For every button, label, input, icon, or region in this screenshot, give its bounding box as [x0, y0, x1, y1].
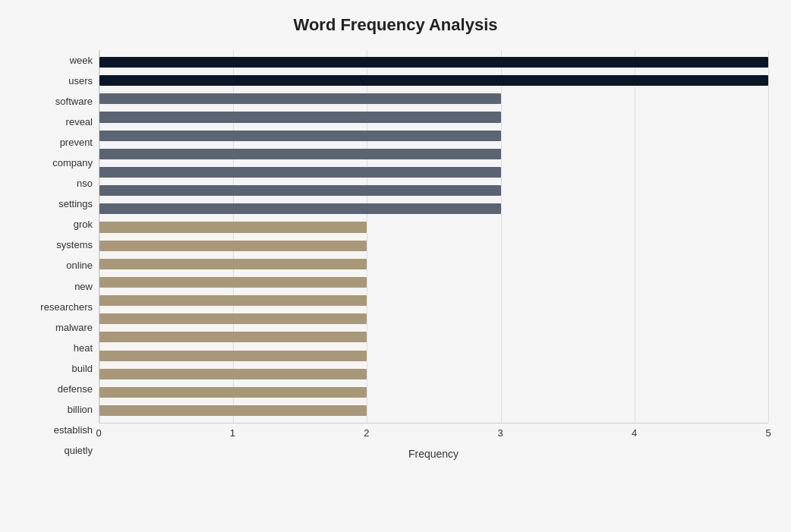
y-label: billion — [68, 405, 93, 414]
x-axis-label: Frequency — [99, 448, 768, 460]
y-label: new — [74, 282, 93, 291]
bar — [99, 131, 501, 141]
bar-row — [99, 310, 768, 328]
y-label: prevent — [60, 137, 93, 147]
x-tick: 1 — [230, 427, 235, 439]
y-label: week — [70, 55, 93, 65]
bar-row — [99, 108, 768, 126]
bar-row — [99, 181, 768, 200]
x-ticks: 012345 — [99, 423, 768, 442]
bar-row — [99, 218, 768, 236]
y-label: systems — [56, 240, 93, 250]
chart-area: weekuserssoftwarerevealpreventcompanynso… — [23, 50, 768, 461]
bar — [99, 167, 501, 178]
bar — [99, 93, 501, 104]
bar — [99, 405, 367, 416]
bar — [99, 387, 367, 398]
bar — [99, 295, 367, 306]
y-label: researchers — [40, 302, 93, 312]
bar — [99, 185, 501, 196]
bar-row — [99, 200, 768, 218]
bar — [99, 222, 367, 232]
bar — [99, 351, 367, 361]
y-label: heat — [74, 343, 93, 353]
y-label: build — [72, 364, 93, 373]
bar-row — [99, 365, 768, 383]
bar-row — [99, 145, 768, 163]
chart-title: Word Frequency Analysis — [23, 15, 768, 35]
y-label: company — [52, 158, 93, 168]
bar-row — [99, 127, 768, 145]
x-tick: 3 — [498, 427, 503, 439]
y-label: establish — [54, 425, 93, 435]
bar-row — [99, 71, 768, 90]
y-label: nso — [77, 178, 93, 188]
y-label: malware — [55, 323, 93, 332]
y-label: users — [68, 76, 93, 86]
bar-row — [99, 53, 768, 71]
grid-line — [768, 50, 769, 423]
y-label: online — [66, 260, 93, 270]
x-tick: 5 — [765, 427, 771, 439]
y-label: defense — [58, 384, 93, 394]
bar — [99, 369, 367, 379]
x-tick: 0 — [96, 427, 101, 439]
bars-inner — [99, 50, 768, 423]
y-label: quietly — [64, 445, 93, 455]
bar-row — [99, 347, 768, 365]
bars-section — [99, 50, 768, 423]
bar — [99, 241, 367, 251]
bar-row — [99, 237, 768, 255]
x-tick: 4 — [632, 427, 637, 439]
y-label: settings — [58, 199, 93, 209]
bar — [99, 203, 501, 214]
bar — [99, 259, 367, 269]
bar-row — [99, 90, 768, 108]
bar — [99, 75, 768, 86]
bar-row — [99, 328, 768, 346]
y-label: reveal — [66, 117, 93, 127]
y-label: software — [55, 96, 93, 106]
x-axis: 012345 Frequency — [99, 423, 768, 461]
bar — [99, 277, 367, 288]
chart-container: Word Frequency Analysis weekuserssoftwar… — [0, 0, 791, 532]
bar-row — [99, 273, 768, 291]
bar — [99, 57, 768, 68]
bar — [99, 149, 501, 159]
bar — [99, 332, 367, 342]
bar — [99, 313, 367, 324]
bar-row — [99, 291, 768, 310]
bar-row — [99, 255, 768, 273]
bars-and-xaxis: 012345 Frequency — [99, 50, 768, 461]
y-axis: weekuserssoftwarerevealpreventcompanynso… — [23, 50, 99, 461]
bar-row — [99, 163, 768, 181]
x-tick: 2 — [364, 427, 369, 439]
y-label: grok — [74, 219, 93, 229]
bar-row — [99, 401, 768, 420]
bar-row — [99, 383, 768, 401]
bar — [99, 112, 501, 122]
